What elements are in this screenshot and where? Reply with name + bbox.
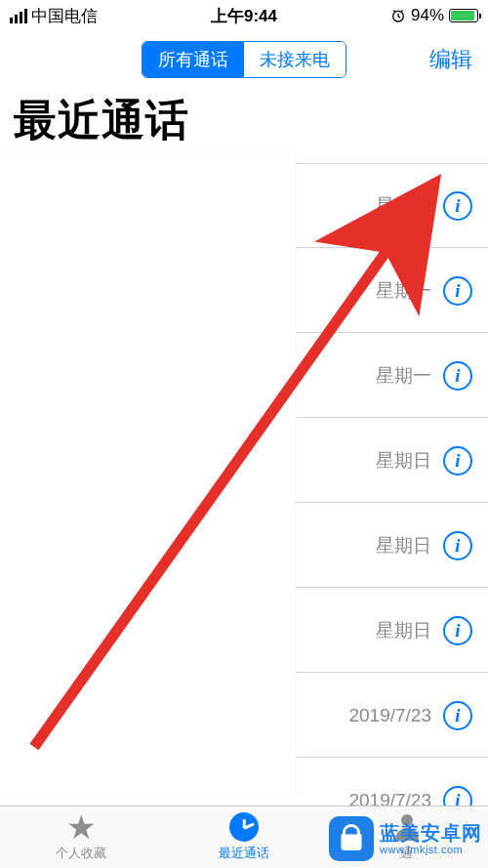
battery-pct: 94% [411,6,444,25]
info-icon[interactable]: i [443,276,472,306]
info-icon[interactable]: i [443,616,472,645]
svg-line-3 [393,11,395,12]
tab-recents[interactable]: 最近通话 [205,810,283,868]
svg-point-6 [346,829,347,831]
status-left: 中国电信 [10,5,98,27]
call-date: 星期一 [376,278,431,304]
status-bar: 中国电信 上午9:44 94% [0,0,488,31]
status-right: 94% [390,6,478,25]
tab-label: 最近通话 [219,845,269,862]
clock-icon [227,810,261,844]
tab-favorites[interactable]: ★ 个人收藏 [42,810,120,868]
call-date: 星期日 [376,533,431,558]
call-date: 2019/7/23 [348,705,431,726]
redaction-overlay [0,151,296,800]
segmented-control: 所有通话 未接来电 [142,41,346,78]
battery-icon [449,9,478,22]
call-date: 星期日 [376,448,431,474]
edit-button[interactable]: 编辑 [429,45,472,74]
watermark-title: 蓝美安卓网 [380,822,482,844]
tab-label: 个人收藏 [56,845,106,862]
info-icon[interactable]: i [443,446,472,475]
segment-missed-calls[interactable]: 未接来电 [244,42,346,77]
call-date: 星期日 [376,618,431,643]
carrier-label: 中国电信 [31,5,98,27]
segment-all-calls[interactable]: 所有通话 [142,42,244,77]
info-icon[interactable]: i [443,701,472,730]
status-time: 上午9:44 [211,5,277,27]
star-icon: ★ [64,810,98,844]
watermark-url: www.lmkjst.com [380,844,482,855]
svg-line-2 [398,17,400,18]
signal-icon [10,9,27,23]
call-date: 星期三 [376,193,431,219]
info-icon[interactable]: i [443,531,472,560]
alarm-icon [390,8,406,23]
watermark-logo-icon [329,816,374,861]
call-date: 星期一 [376,363,431,389]
nav-bar: 所有通话 未接来电 编辑 [0,31,488,88]
info-icon[interactable]: i [443,191,472,221]
svg-line-4 [401,11,403,12]
watermark: 蓝美安卓网 www.lmkjst.com [329,809,488,868]
info-icon[interactable]: i [443,361,472,391]
svg-point-7 [354,829,356,831]
